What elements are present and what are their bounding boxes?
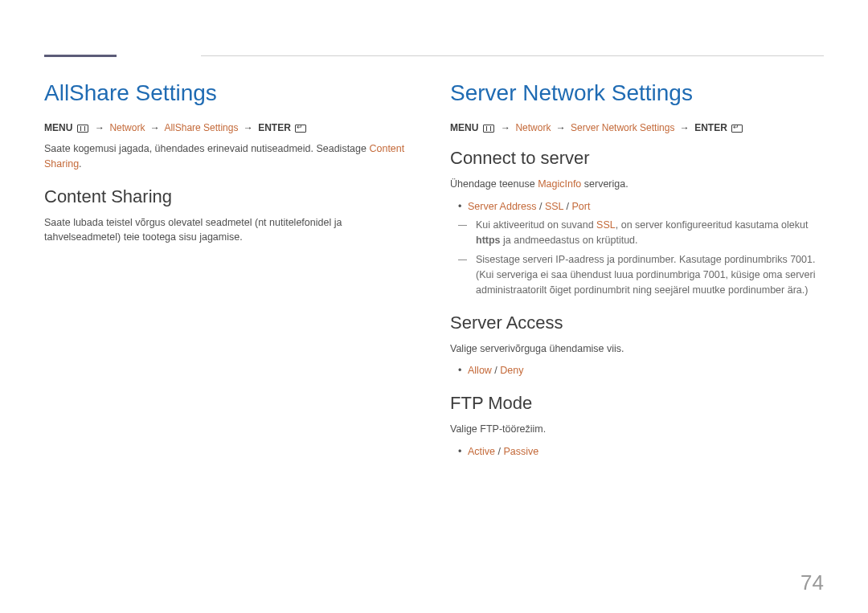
bc-menu-label-r: MENU [450, 122, 478, 133]
bc-arrow-2: → [150, 122, 160, 133]
intro-text-b: . [79, 158, 81, 170]
bc-arrow-1: → [95, 122, 104, 133]
allshare-breadcrumb: MENU → Network → AllShare Settings → ENT… [44, 122, 418, 133]
server-access-title: Server Access [450, 313, 824, 333]
menu-icon [483, 125, 494, 133]
note-ssl-hl: SSL [596, 219, 616, 231]
access-sep: / [492, 365, 500, 376]
connect-bullet-addr: Server Address / SSL / Port [450, 198, 824, 215]
content-columns: AllShare Settings MENU → Network → AllSh… [44, 80, 824, 463]
bc-server-settings: Server Network Settings [571, 122, 674, 133]
ftp-bullet: Active / Passive [450, 443, 824, 460]
opt-deny: Deny [500, 365, 523, 376]
top-accent-bar [44, 55, 117, 57]
opt-port: Port [571, 201, 590, 212]
right-column: Server Network Settings MENU → Network →… [450, 80, 824, 463]
server-access-para: Valige serverivõrguga ühendamise viis. [450, 341, 824, 357]
connect-note-ssl: Kui aktiveeritud on suvand SSL, on serve… [450, 218, 824, 248]
sep1: / [536, 201, 544, 212]
connect-magicinfo: MagicInfo [538, 178, 581, 190]
bc-enter-label: ENTER [258, 122, 291, 133]
bc-arrow-r2: → [556, 122, 566, 133]
top-divider [201, 55, 824, 56]
content-sharing-para: Saate lubada teistel võrgus olevatel sea… [44, 215, 418, 246]
access-bullets: Allow / Deny [450, 362, 824, 378]
note-ssl-b: , on server konfigureeritud kasutama ole… [616, 219, 809, 231]
enter-icon [731, 125, 743, 133]
bc-allshare: AllShare Settings [164, 122, 238, 133]
ftp-mode-title: FTP Mode [450, 393, 824, 414]
enter-icon [295, 125, 306, 133]
bc-arrow-r1: → [501, 122, 510, 133]
server-network-title: Server Network Settings [450, 80, 824, 106]
ftp-mode-para: Valige FTP-töörežiim. [450, 422, 824, 437]
ftp-sep: / [495, 446, 503, 457]
allshare-intro: Saate kogemusi jagada, ühendades erineva… [44, 141, 418, 172]
menu-icon [77, 125, 88, 133]
connect-server-para: Ühendage teenuse MagicInfo serveriga. [450, 177, 824, 192]
connect-server-title: Connect to server [450, 148, 824, 169]
connect-para-b: serveriga. [581, 178, 628, 190]
access-bullet: Allow / Deny [450, 362, 824, 378]
bc-arrow-r3: → [680, 122, 690, 133]
opt-active: Active [468, 446, 495, 457]
intro-text-a: Saate kogemusi jagada, ühendades erineva… [44, 143, 369, 154]
ftp-bullets: Active / Passive [450, 443, 824, 460]
bc-network-r: Network [515, 122, 551, 133]
opt-ssl: SSL [545, 201, 563, 212]
left-column: AllShare Settings MENU → Network → AllSh… [44, 80, 418, 463]
bc-menu-label: MENU [44, 122, 72, 133]
connect-para-a: Ühendage teenuse [450, 178, 538, 190]
opt-allow: Allow [468, 365, 492, 376]
opt-passive: Passive [503, 446, 538, 457]
opt-server-address: Server Address [468, 201, 536, 212]
connect-note-port: Sisestage serveri IP-aadress ja pordinum… [450, 252, 824, 297]
connect-bullets: Server Address / SSL / Port Kui aktiveer… [450, 198, 824, 298]
allshare-title: AllShare Settings [44, 80, 418, 106]
content-sharing-title: Content Sharing [44, 186, 418, 207]
note-ssl-a: Kui aktiveeritud on suvand [476, 219, 596, 231]
bc-enter-label-r: ENTER [694, 122, 727, 133]
bc-network: Network [109, 122, 145, 133]
server-breadcrumb: MENU → Network → Server Network Settings… [450, 122, 824, 133]
sep2: / [563, 201, 571, 212]
note-ssl-https: https [476, 235, 501, 246]
bc-arrow-3: → [244, 122, 253, 133]
note-ssl-d: ja andmeedastus on krüptitud. [501, 235, 638, 246]
page-number: 74 [800, 570, 824, 595]
